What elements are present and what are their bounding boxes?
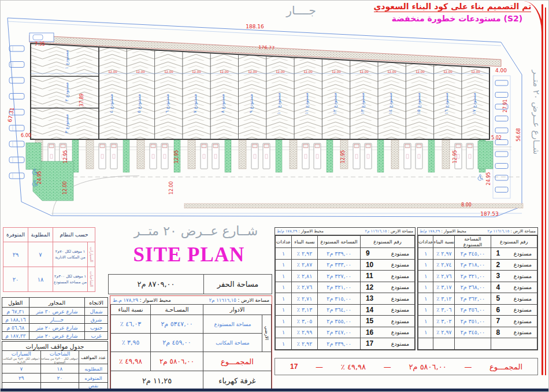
total-ratio: ٤٩,٩٨ ٪ xyxy=(111,352,151,371)
unit-meters: ١ xyxy=(418,293,433,305)
excavation-table: مساحة الحفر ٨٧٠٩,٠٠ م٢ xyxy=(108,274,272,294)
parking-stall xyxy=(495,187,508,193)
unit-area: ٣٣٩,٠٠ م٢ xyxy=(318,248,361,260)
direction-length: ١٨٧,٣٣ م xyxy=(2,332,29,340)
unit-row: مستودع10 ٣٣٣,٠٠ م٢ ٢,٨٧ ٪ ١ xyxy=(276,259,415,271)
unit-label-15: مستودع ١٥ xyxy=(416,93,421,114)
dim-unit-width: 12.00 xyxy=(332,70,341,73)
unit-ratio: ٢,٧٦ ٪ xyxy=(291,282,317,293)
offices-area-ratio: ٣,٩٥ ٪ xyxy=(111,334,151,352)
direction-adjacent: جــــار xyxy=(29,316,84,324)
summary-label: المجمـــوع xyxy=(489,363,522,371)
dim-corner: 24.95 xyxy=(37,171,42,184)
unit-ratio: ٣,٠٢ ٪ xyxy=(433,316,455,327)
unit-ratio: ٢,٩٢ ٪ xyxy=(291,248,317,260)
dim-left-units: 37.89 xyxy=(79,94,84,107)
direction-row: شرق جــــار ١٨٨,١٦ م xyxy=(2,316,108,324)
dim-unit-width: 12.00 xyxy=(164,70,173,73)
col-adjacent: المجاور xyxy=(29,298,84,308)
areas-header-band: مساحة الارض : ١١٦١٦,١٥ م٢ محيط الاسوار :… xyxy=(110,296,272,304)
parking-stall xyxy=(495,164,508,169)
unit-label-5: مستودع ٥ xyxy=(136,94,142,113)
unit-area: ٣٥١,٠٠ م٢ xyxy=(455,316,491,327)
dim-dock: 12.95 xyxy=(452,150,458,164)
parking-stall xyxy=(9,46,24,51)
unit-ratio: ٣,١٣ ٪ xyxy=(291,304,317,316)
dim-road-edge: 8.00 xyxy=(461,202,472,208)
parking-stall xyxy=(495,175,508,180)
dim-right-boundary: 56.68 xyxy=(516,128,521,142)
direction-length: ٦٧,٣١ م xyxy=(2,308,29,316)
unit-label-2: مستودع ٢ xyxy=(64,82,69,101)
unit-row: مستودع2 ٣١٨,٠٠ م٢ ٢,٧٤ ٪ ١ xyxy=(418,259,537,271)
areas-row-warehouse: الارضي مساحة المستودع ٥٣٤٧,٠٠ م٢ ٤٦,٠٣ ٪ xyxy=(111,315,272,334)
dim-road: 12.00 xyxy=(62,182,68,195)
directions-table: الاتجاه المجاور الطول شمال شارع عرض ٣٠ م… xyxy=(2,297,108,340)
col-required: المطلوبة xyxy=(28,228,53,242)
direction-adjacent: شارع عرض ٢٠ متر xyxy=(29,324,84,332)
dim-unit-width: 12.00 xyxy=(471,70,480,73)
unit-ratio: ٢,٩٩ ٪ xyxy=(291,327,317,338)
parking-stall xyxy=(9,94,24,99)
page-title: SITE PLAN xyxy=(120,243,258,267)
unit-meters: ١ xyxy=(276,293,292,305)
site-plan-drawing: 188.16176.777.3537.8967.316.0024.9512.95… xyxy=(1,1,549,226)
unit-row: مستودع8 ٣٤٥,٠٠ م٢ ٢,٩٧ ٪ ١ xyxy=(418,327,537,338)
units-table-header-band: مساحة الارض : ١١٦١٦,١٥ م٢ محيط الاسوار :… xyxy=(275,228,415,235)
unit-row: مستودع6 ٣٥٦,٠٠ م٢ ٣,٠٦ ٪ ١ xyxy=(418,304,537,316)
parking-stall xyxy=(9,62,24,68)
col-count: عدد المواقف xyxy=(79,351,108,364)
unit-label-16: مستودع ١٦ xyxy=(444,93,449,114)
parking-stall xyxy=(9,173,24,179)
electric-room-row: غرفة كهرباء ١١,٢٥ م٢ xyxy=(111,371,272,391)
trucks-available: ٢٠ xyxy=(3,267,28,292)
unit-area: ٣٤٧,٠٠ م٢ xyxy=(318,327,361,338)
total-area: ٥٨٠٦,٠٠ م٢ xyxy=(151,352,203,371)
unit-meters: ١ xyxy=(276,259,292,271)
parking-stall xyxy=(495,128,508,133)
direction-name: غرب xyxy=(85,332,108,340)
unit-meters: ١ xyxy=(418,248,433,260)
direction-adjacent: شارع عرض ٣٠ متر xyxy=(29,308,84,316)
unit-label-10: مستودع ١٠ xyxy=(276,93,281,114)
landscape-area xyxy=(26,143,41,169)
neighbor-label: جــــار xyxy=(285,3,316,17)
col-length: الطول xyxy=(2,298,29,308)
dim-dock: 12.95 xyxy=(63,150,68,164)
frame-line xyxy=(545,8,546,375)
design-code-note-text: تم التصميم بناء على كود البناء السعودي xyxy=(374,2,532,12)
unit-row: مستودع7 ٣٥١,٠٠ م٢ ٣,٠٢ ٪ ١ xyxy=(418,316,537,327)
warehouse-area-value: ٥٣٤٧,٠٠ م٢ xyxy=(151,315,203,334)
areas-table: مساحة الارض : ١١٦١٦,١٥ م٢ محيط الاسوار :… xyxy=(110,295,272,391)
summary-sep: — xyxy=(384,363,391,371)
unit-area: ٣١٥,٠٠ م٢ xyxy=(318,293,361,305)
offices-area-label: مساحة المكاتب xyxy=(203,334,262,352)
standards-row-cars: السيارات ١ موقف لكل ٧٠م٢من المكاتب الادا… xyxy=(3,242,95,267)
units-table-header-band: مساحة الارض : ١١٦١٦,١٥ م٢ محيط الاسوار :… xyxy=(418,228,537,235)
dim-top-boundary: 188.16 xyxy=(246,24,264,29)
landscape-area xyxy=(478,141,493,169)
col-per-code: حسب النظام xyxy=(53,228,95,242)
unit-row: مستودع16 ٣٤٧,٠٠ م٢ ٢,٩٩ ٪ ١ xyxy=(276,327,415,338)
summary-sep: — xyxy=(464,363,472,371)
dim-unit-width: 12.00 xyxy=(443,70,452,73)
col-trucks: الشاحنات١موقف لكل ٣٠٠م٢ من مساحة المستود… xyxy=(40,351,79,364)
unit-meters: ١ xyxy=(276,304,292,316)
electric-room-value: ١١,٢٥ م٢ xyxy=(111,371,203,391)
dim-unit-width: 12.00 xyxy=(248,70,257,73)
areas-row-offices: مساحة المكاتب ٤٥٩,٠٠ م٢ ٣,٩٥ ٪ xyxy=(111,334,272,352)
warehouse-type-note: مستودعات خطورة منخفضة (S2) xyxy=(370,14,544,23)
parking-trucks-value: ١٨ xyxy=(40,364,79,373)
unit-ratio: ٣,١٧ ٪ xyxy=(433,282,455,293)
areas-total-row: المجمـــوع ٥٨٠٦,٠٠ م٢ ٤٩,٩٨ ٪ xyxy=(111,352,272,371)
dim-building-top: 176.77 xyxy=(258,45,274,50)
unit-meters: ١ xyxy=(418,304,433,316)
direction-name: شمال xyxy=(85,308,108,316)
unit-area: ٣٦٨,٠٠ م٢ xyxy=(455,282,491,293)
dim-right: 27.91 xyxy=(503,99,508,113)
unit-area: ٣٢١,٠٠ م٢ xyxy=(318,282,361,293)
unit-meters: ١ xyxy=(276,248,292,260)
unit-meters: ١ xyxy=(418,271,433,282)
units-summary-row: المجمـــوع — ٥٨٠٦,٠٠ م٢ — ٤٩,٩٨ ٪ — 17 xyxy=(274,358,538,375)
frame-line xyxy=(541,4,543,375)
